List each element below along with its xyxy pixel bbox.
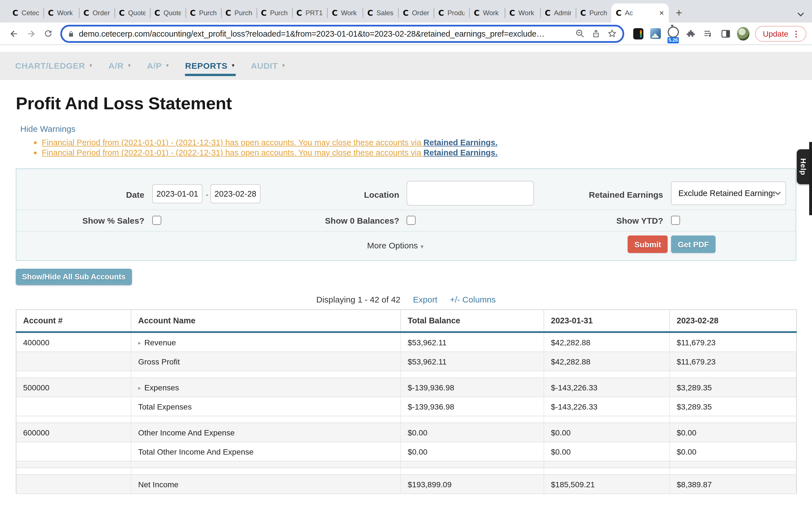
account-name-cell: ▸Other Income And Expense <box>131 423 401 442</box>
reload-button[interactable] <box>42 26 55 41</box>
browser-tab[interactable]: C Work ✕ <box>469 3 505 22</box>
nav-item-a-r[interactable]: A/R ▼ <box>109 52 132 80</box>
table-row: ▸Total Expenses $-139,936.98 $-143,226.3… <box>16 397 797 416</box>
share-icon[interactable] <box>592 29 601 38</box>
extension-doc-icon[interactable] <box>632 27 645 40</box>
filter-panel: Date - Location Retained Earnings Exclud… <box>16 168 796 261</box>
reading-list-icon[interactable] <box>702 27 714 40</box>
spacer-row <box>16 461 797 468</box>
browser-tab[interactable]: C Purch ✕ <box>185 3 221 22</box>
cetec-favicon-icon: C <box>48 8 54 17</box>
expand-triangle-icon[interactable]: ▸ <box>138 339 141 346</box>
account-number-cell <box>16 442 131 461</box>
month1-cell[interactable]: $42,282.88 <box>544 332 670 352</box>
cetec-favicon-icon: C <box>296 8 302 17</box>
hide-warnings-link[interactable]: Hide Warnings <box>20 124 75 133</box>
table-row: ▸Total Other Income And Expense $0.00 $0… <box>16 442 797 461</box>
location-input[interactable] <box>407 181 534 206</box>
month1-cell: $-143,226.33 <box>544 397 670 416</box>
extension-timer-icon[interactable]: 5.26 <box>667 27 679 40</box>
retained-earnings-select[interactable]: Exclude Retained Earnings On 'A <box>671 181 786 205</box>
new-tab-button[interactable]: + <box>671 5 687 21</box>
forward-button[interactable] <box>24 26 38 41</box>
month1-cell[interactable]: $0.00 <box>544 423 670 442</box>
nav-item-chart-ledger[interactable]: CHART/LEDGER ▼ <box>15 52 93 80</box>
chevron-down-icon <box>775 191 781 195</box>
browser-tab[interactable]: C Order ✕ <box>398 3 434 22</box>
browser-tab[interactable]: C Quote ✕ <box>150 3 186 22</box>
cetec-favicon-icon: C <box>332 8 338 17</box>
caret-down-icon: ▼ <box>419 244 424 249</box>
account-number-cell: 400000 <box>16 332 131 352</box>
browser-menu-icon[interactable]: ⋮ <box>792 29 800 38</box>
cetec-favicon-icon: C <box>509 8 515 17</box>
browser-tab[interactable]: C PRT1 ✕ <box>292 3 327 22</box>
browser-tab[interactable]: C Produ ✕ <box>434 3 469 22</box>
show-sales-checkbox[interactable] <box>152 216 161 225</box>
show-zero-checkbox[interactable] <box>407 216 416 225</box>
browser-tab[interactable]: C Purch ✕ <box>256 3 292 22</box>
browser-tab[interactable]: C Sales ✕ <box>363 3 398 22</box>
column-header: 2023-01-31 <box>544 309 670 332</box>
table-header-row: Account #Account NameTotal Balance2023-0… <box>16 309 797 332</box>
get-pdf-button[interactable]: Get PDF <box>671 235 716 253</box>
browser-tab[interactable]: C Quote ✕ <box>114 3 150 22</box>
total-balance-cell: $53,962.11 <box>401 332 544 352</box>
month2-cell[interactable]: $11,679.23 <box>670 332 797 352</box>
account-name-cell: ▸Expenses <box>131 378 401 397</box>
submit-button[interactable]: Submit <box>627 235 668 253</box>
tab-search-chevron-icon[interactable] <box>797 12 804 17</box>
cetec-favicon-icon: C <box>190 8 196 17</box>
toggle-subaccounts-button[interactable]: Show/Hide All Sub Accounts <box>16 269 132 285</box>
location-label: Location <box>332 190 399 200</box>
tab-close-icon[interactable]: ✕ <box>659 9 664 17</box>
extensions-puzzle-icon[interactable] <box>684 27 697 40</box>
back-button[interactable] <box>7 26 21 41</box>
show-ytd-checkbox[interactable] <box>671 216 680 225</box>
page-content: Profit And Loss Statement Hide Warnings … <box>0 94 812 507</box>
url-text: demo.cetecerp.com/accounting/ext_profit_… <box>79 29 571 38</box>
side-panel-icon[interactable] <box>719 27 732 40</box>
url-bar[interactable]: demo.cetecerp.com/accounting/ext_profit_… <box>60 24 624 43</box>
browser-tab[interactable]: C Purch ✕ <box>221 3 256 22</box>
date-from-input[interactable] <box>152 184 202 203</box>
table-row: ▸Net Income $193,899.09 $185,509.21 $8,3… <box>16 474 797 494</box>
bookmark-star-icon[interactable] <box>607 29 617 38</box>
nav-item-audit[interactable]: AUDIT ▼ <box>251 52 286 80</box>
page-title: Profit And Loss Statement <box>16 94 812 114</box>
browser-tab[interactable]: C Work ✕ <box>327 3 363 22</box>
month2-cell[interactable]: $0.00 <box>670 423 797 442</box>
account-number-cell: 500000 <box>16 378 131 397</box>
extension-image-icon[interactable] <box>650 27 662 40</box>
browser-tab[interactable]: C Admin ✕ <box>540 3 576 22</box>
export-link[interactable]: Export <box>413 295 438 304</box>
warning-item: Financial Period from (2021-01-01) - (20… <box>42 137 812 148</box>
browser-tab[interactable]: C Purch ✕ <box>576 3 611 22</box>
date-to-input[interactable] <box>210 184 260 203</box>
browser-tab[interactable]: C Cetec ✕ <box>8 3 43 22</box>
cetec-favicon-icon: C <box>545 8 551 17</box>
browser-tab[interactable]: C Work ✕ <box>505 3 540 22</box>
month1-cell[interactable]: $-143,226.33 <box>544 378 670 397</box>
columns-link[interactable]: +/- Columns <box>450 295 496 304</box>
nav-item-reports[interactable]: REPORTS ▼ <box>185 52 236 80</box>
retained-earnings-label: Retained Earnings <box>574 190 663 200</box>
cetec-favicon-icon: C <box>119 8 125 17</box>
nav-item-a-p[interactable]: A/P ▼ <box>147 52 170 80</box>
browser-tab[interactable]: C Ac ✕ <box>611 3 669 22</box>
profile-avatar[interactable] <box>737 27 749 40</box>
more-options-button[interactable]: More Options▼ <box>367 240 424 250</box>
spacer-row <box>16 416 797 423</box>
account-name-cell: ▸Total Expenses <box>131 397 401 416</box>
browser-tab[interactable]: C Order ✕ <box>79 3 114 22</box>
browser-tab[interactable]: C Work ✕ <box>43 3 79 22</box>
account-name-cell: ▸Gross Profit <box>131 352 401 371</box>
expand-triangle-icon[interactable]: ▸ <box>138 385 141 391</box>
browser-window: C Cetec ✕ C Work ✕ C Order ✕ C Quote ✕ C… <box>0 0 812 507</box>
total-balance-cell: $0.00 <box>401 442 544 461</box>
update-button[interactable]: Update ⋮ <box>755 25 806 41</box>
profit-loss-table: Account #Account NameTotal Balance2023-0… <box>16 309 797 494</box>
zoom-out-icon[interactable] <box>575 29 585 38</box>
help-tab[interactable]: Help <box>797 149 810 184</box>
month2-cell[interactable]: $3,289.35 <box>670 378 797 397</box>
